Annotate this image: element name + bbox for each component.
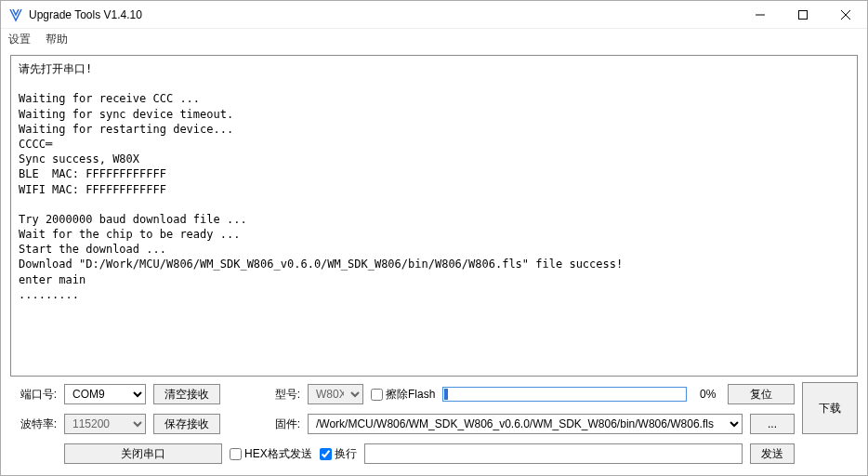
progress-bar-track bbox=[442, 387, 687, 402]
newline-checkbox-wrap[interactable]: 换行 bbox=[320, 446, 357, 462]
app-icon bbox=[8, 7, 23, 22]
row-baud-firmware: 波特率: 115200 保存接收 固件: /Work/MCU/W806/WM_S… bbox=[10, 412, 795, 436]
erase-flash-checkbox[interactable] bbox=[371, 389, 383, 401]
label-firmware: 固件: bbox=[263, 416, 300, 432]
baud-select[interactable]: 115200 bbox=[64, 414, 146, 434]
hex-send-checkbox-wrap[interactable]: HEX格式发送 bbox=[230, 446, 312, 462]
close-button[interactable] bbox=[824, 1, 867, 29]
hex-send-checkbox[interactable] bbox=[230, 448, 242, 460]
content-area: 请先打开串口! Waiting for receive CCC ... Wait… bbox=[1, 49, 867, 475]
menu-bar: 设置 帮助 bbox=[1, 29, 867, 49]
clear-receive-button[interactable]: 清空接收 bbox=[153, 384, 220, 404]
log-output[interactable]: 请先打开串口! Waiting for receive CCC ... Wait… bbox=[10, 55, 858, 377]
close-port-button[interactable]: 关闭串口 bbox=[64, 443, 222, 464]
app-window: Upgrade Tools V1.4.10 设置 帮助 请先打开串口! Wait… bbox=[0, 0, 868, 476]
label-port: 端口号: bbox=[10, 387, 57, 403]
hex-send-label: HEX格式发送 bbox=[244, 446, 312, 462]
minimize-button[interactable] bbox=[739, 1, 782, 29]
controls-panel: 端口号: COM9 清空接收 型号: W80X 擦除Flash bbox=[10, 382, 858, 466]
download-button[interactable]: 下载 bbox=[802, 382, 858, 434]
label-model: 型号: bbox=[263, 387, 300, 403]
menu-settings[interactable]: 设置 bbox=[8, 32, 31, 47]
newline-label: 换行 bbox=[335, 446, 357, 462]
title-bar: Upgrade Tools V1.4.10 bbox=[1, 1, 867, 29]
newline-checkbox[interactable] bbox=[320, 448, 332, 460]
reset-button[interactable]: 复位 bbox=[728, 384, 795, 404]
port-select[interactable]: COM9 bbox=[64, 384, 146, 404]
progress-percent: 0% bbox=[700, 388, 720, 401]
progress-bar-fill bbox=[444, 389, 448, 400]
label-baud: 波特率: bbox=[10, 416, 57, 432]
menu-help[interactable]: 帮助 bbox=[46, 32, 68, 47]
row-close-send: 关闭串口 HEX格式发送 换行 发送 bbox=[10, 442, 795, 466]
save-receive-button[interactable]: 保存接收 bbox=[153, 414, 220, 434]
model-select[interactable]: W80X bbox=[308, 384, 363, 404]
svg-rect-1 bbox=[799, 10, 808, 19]
send-button[interactable]: 发送 bbox=[750, 443, 795, 464]
firmware-path-select[interactable]: /Work/MCU/W806/WM_SDK_W806_v0.6.0/WM_SDK… bbox=[308, 414, 743, 434]
browse-button[interactable]: ... bbox=[750, 414, 795, 434]
send-input[interactable] bbox=[364, 443, 743, 464]
download-button-label: 下载 bbox=[819, 401, 841, 416]
erase-flash-label: 擦除Flash bbox=[386, 387, 435, 403]
window-title: Upgrade Tools V1.4.10 bbox=[29, 8, 739, 21]
maximize-button[interactable] bbox=[782, 1, 824, 29]
row-port-model: 端口号: COM9 清空接收 型号: W80X 擦除Flash bbox=[10, 382, 795, 406]
erase-flash-checkbox-wrap[interactable]: 擦除Flash bbox=[371, 387, 435, 403]
